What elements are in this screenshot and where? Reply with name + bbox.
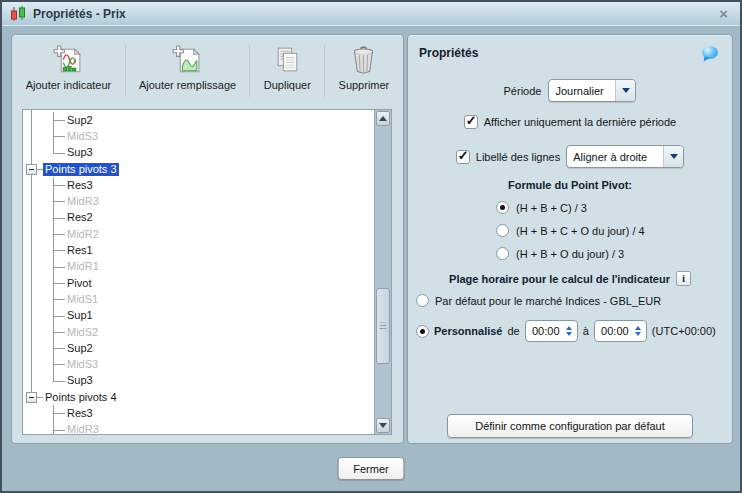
tree-item-label: Sup1 [67, 309, 93, 322]
properties-dialog: Propriétés - Prix × Ajout [0, 0, 742, 493]
info-icon[interactable]: i [676, 271, 691, 286]
periode-value: Journalier [549, 85, 615, 97]
tree-item[interactable]: MidS3 [23, 128, 374, 144]
tree-item-label: Sup2 [67, 114, 93, 127]
tree-item[interactable]: MidR2 [23, 226, 374, 242]
titlebar: Propriétés - Prix × [2, 2, 740, 26]
formula-option-row: (H + B + C + O du jour) / 4 [496, 224, 732, 237]
add-fill-label: Ajouter remplissage [139, 79, 236, 91]
show-last-period-checkbox[interactable] [464, 115, 478, 129]
fermer-button[interactable]: Fermer [338, 457, 405, 480]
formula-option-3-label: (H + B + O du jour) / 3 [516, 248, 624, 260]
arrow-down-icon [379, 423, 387, 428]
add-indicator-label: Ajouter indicateur [26, 79, 112, 91]
show-last-period-label: Afficher uniquement la dernière période [484, 116, 676, 128]
tree-item-label: MidR1 [67, 260, 99, 273]
add-indicator-button[interactable]: Ajouter indicateur [20, 39, 118, 93]
formula-option-1-radio[interactable] [496, 201, 509, 214]
scroll-up-button[interactable] [376, 111, 390, 126]
formula-option-row: (H + B + C) / 3 [496, 201, 732, 214]
formula-option-3-radio[interactable] [496, 247, 509, 260]
tree-item[interactable]: Res1 [23, 242, 374, 258]
custom-time-label: Personnalisé [434, 325, 502, 337]
chevron-down-icon [670, 154, 678, 159]
scrollbar-thumb[interactable] [376, 288, 390, 364]
to-label: à [583, 325, 589, 337]
tree-item[interactable]: MidS3 [23, 356, 374, 372]
tree-item[interactable]: MidS1 [23, 291, 374, 307]
tree-item-label: Pivot [67, 277, 91, 290]
formula-option-1-label: (H + B + C) / 3 [516, 202, 587, 214]
tree-item[interactable]: MidR3 [23, 193, 374, 209]
tree-item[interactable]: MidS2 [23, 324, 374, 340]
trash-icon [347, 44, 380, 77]
tree-item[interactable]: Sup1 [23, 308, 374, 324]
chevron-down-icon [622, 88, 630, 93]
tree-item[interactable]: MidR1 [23, 259, 374, 275]
tree-item[interactable]: Points pivots 4 [23, 389, 374, 405]
duplicate-button[interactable]: Dupliquer [258, 39, 317, 93]
toolbar-separator [125, 45, 126, 97]
window-title: Propriétés - Prix [33, 7, 126, 21]
help-bubble-icon[interactable] [702, 46, 718, 59]
market-default-radio[interactable] [416, 294, 429, 307]
tree-item[interactable]: MidR3 [23, 422, 374, 435]
tree-item-label: MidS1 [67, 293, 98, 306]
indicator-list-panel: Ajouter indicateur Ajouter remplissage [11, 34, 404, 444]
tree-items: Sup2MidS3Sup3Points pivots 3Res3MidR3Res… [23, 112, 374, 434]
delete-button[interactable]: Supprimer [333, 39, 396, 93]
utc-label: (UTC+00:00) [652, 325, 716, 337]
dropdown-button[interactable] [663, 146, 683, 167]
time-to-value: 00:00 [595, 325, 635, 337]
time-from-value: 00:00 [526, 325, 566, 337]
add-fill-icon [171, 44, 204, 77]
tree-item[interactable]: Res2 [23, 210, 374, 226]
panel-title: Propriétés [419, 46, 478, 60]
dropdown-button[interactable] [615, 80, 635, 101]
collapse-icon[interactable] [26, 392, 37, 403]
tree-item[interactable]: Res3 [23, 177, 374, 193]
tree-item[interactable]: Sup2 [23, 112, 374, 128]
set-default-config-button[interactable]: Définir comme configuration par défaut [447, 414, 693, 438]
close-icon[interactable]: × [715, 6, 732, 21]
tree-scrollbar[interactable] [374, 110, 391, 434]
time-to-spinner[interactable]: 00:00 [594, 320, 647, 342]
tree-item-label: Res3 [67, 407, 93, 420]
custom-time-row: Personnalisé de 00:00 à 00:00 (UTC+00:00… [416, 320, 732, 342]
toolbar-separator [249, 45, 250, 97]
periode-dropdown[interactable]: Journalier [548, 79, 636, 102]
tree-item[interactable]: Pivot [23, 275, 374, 291]
time-range-title-row: Plage horaire pour le calcul de l'indica… [408, 271, 732, 286]
line-labels-checkbox[interactable] [456, 150, 470, 164]
tree-item-label: Res1 [67, 244, 93, 257]
tree-item-label: Points pivots 4 [43, 391, 119, 404]
tree-item[interactable]: Sup2 [23, 340, 374, 356]
scroll-down-button[interactable] [376, 418, 390, 433]
tree-item[interactable]: Res3 [23, 405, 374, 421]
tree-item-label: Res2 [67, 211, 93, 224]
spinner-arrows-icon[interactable] [566, 326, 577, 336]
collapse-icon[interactable] [26, 164, 37, 175]
add-fill-button[interactable]: Ajouter remplissage [133, 39, 242, 93]
tree-item[interactable]: Sup3 [23, 145, 374, 161]
line-labels-row: Libellé des lignes Aligner à droite [408, 145, 732, 168]
candlestick-chart-icon [10, 6, 27, 22]
label-align-dropdown[interactable]: Aligner à droite [566, 145, 684, 168]
tree-item-label: MidR2 [67, 228, 99, 241]
show-last-period-row: Afficher uniquement la dernière période [408, 115, 732, 129]
tree-item-label: Sup3 [67, 374, 93, 387]
periode-label: Période [504, 85, 542, 97]
toolbar: Ajouter indicateur Ajouter remplissage [16, 39, 399, 107]
spinner-arrows-icon[interactable] [635, 326, 646, 336]
properties-panel: Propriétés Période Journalier Afficher u… [407, 34, 733, 444]
time-from-spinner[interactable]: 00:00 [525, 320, 578, 342]
formula-option-2-label: (H + B + C + O du jour) / 4 [516, 225, 645, 237]
tree-item-label: MidS3 [67, 130, 98, 143]
custom-time-radio[interactable] [416, 325, 429, 338]
tree-item[interactable]: Points pivots 3 [23, 161, 374, 177]
formula-option-2-radio[interactable] [496, 224, 509, 237]
delete-label: Supprimer [339, 79, 390, 91]
tree-item[interactable]: Sup3 [23, 373, 374, 389]
from-label: de [507, 325, 519, 337]
label-align-value: Aligner à droite [567, 151, 663, 163]
